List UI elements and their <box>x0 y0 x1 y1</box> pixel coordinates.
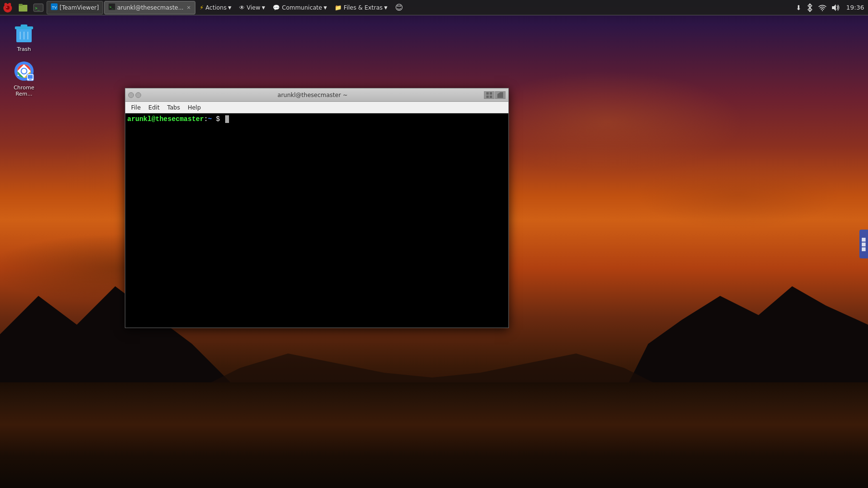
svg-point-5 <box>8 3 11 6</box>
svg-rect-36 <box>486 92 489 95</box>
titlebar-dot2[interactable] <box>135 92 141 98</box>
chrome-remote-icon[interactable]: Chrome Rem... <box>5 58 43 99</box>
svg-rect-9 <box>19 4 23 6</box>
files-arrow: ▼ <box>384 5 387 10</box>
water-area <box>0 382 868 488</box>
teamviewer-icon: TV <box>51 3 58 12</box>
terminal-edit-menu[interactable]: Edit <box>145 102 163 113</box>
files-label: Files & Extras <box>344 4 383 11</box>
terminal-help-label: Help <box>188 104 201 111</box>
view-arrow: ▼ <box>262 5 265 10</box>
communicate-label: Communicate <box>282 4 322 11</box>
svg-rect-33 <box>862 238 866 242</box>
wifi-icon[interactable] <box>816 0 829 15</box>
file-manager-icon[interactable] <box>16 1 30 14</box>
trash-icon-image <box>12 21 36 44</box>
tab-terminal-close[interactable]: × <box>186 4 191 11</box>
grid-view-btn[interactable] <box>484 91 494 99</box>
emoji-icon: 😊 <box>395 3 403 12</box>
svg-point-29 <box>22 69 26 73</box>
view-icon: 👁 <box>239 4 245 11</box>
svg-text:>_: >_ <box>109 5 114 9</box>
terminal-file-menu[interactable]: File <box>127 102 145 113</box>
terminal-content[interactable]: arunkl@thesecmaster : ~ $ <box>125 113 508 328</box>
terminal-cursor <box>225 115 229 123</box>
tab-teamviewer[interactable]: TV [TeamViewer] <box>47 1 103 14</box>
svg-text:TV: TV <box>52 5 57 10</box>
files-icon: 📁 <box>335 4 342 11</box>
taskbar-actions-menu[interactable]: ⚡ Actions ▼ <box>196 0 235 15</box>
desktop: >_ TV [TeamViewer] <box>0 0 868 488</box>
terminal-taskbar-icon[interactable]: >_ <box>32 1 45 14</box>
svg-rect-39 <box>490 96 492 98</box>
svg-rect-38 <box>486 96 489 98</box>
system-time: 19:36 <box>843 4 864 11</box>
svg-rect-22 <box>21 24 27 27</box>
right-edge-indicator[interactable] <box>859 230 868 258</box>
chrome-remote-label: Chrome Rem... <box>7 85 41 97</box>
prompt-dollar: $ <box>212 115 224 123</box>
view-label: View <box>247 4 260 11</box>
svg-point-18 <box>821 10 822 11</box>
terminal-window: arunkl@thesecmaster ~ <box>125 88 509 328</box>
taskbar-left: >_ TV [TeamViewer] <box>0 0 794 15</box>
terminal-help-menu[interactable]: Help <box>184 102 205 113</box>
communicate-arrow: ▼ <box>324 5 327 10</box>
svg-rect-32 <box>29 79 32 80</box>
terminal-titlebar: arunkl@thesecmaster ~ <box>125 88 508 102</box>
terminal-file-label: File <box>131 104 141 111</box>
titlebar-dot1[interactable] <box>128 92 134 98</box>
prompt-colon: : <box>204 115 208 123</box>
taskbar-communicate-menu[interactable]: 💬 Communicate ▼ <box>269 0 331 15</box>
lightning-icon: ⚡ <box>200 4 204 11</box>
taskbar-view-menu[interactable]: 👁 View ▼ <box>235 0 269 15</box>
terminal-prompt-line: arunkl@thesecmaster : ~ $ <box>127 115 506 123</box>
svg-rect-34 <box>862 243 866 246</box>
terminal-tabs-menu[interactable]: Tabs <box>163 102 184 113</box>
svg-point-7 <box>6 6 8 8</box>
terminal-menubar: File Edit Tabs Help <box>125 102 508 113</box>
taskbar: >_ TV [TeamViewer] <box>0 0 868 15</box>
terminal-tab-icon: >_ <box>108 3 115 12</box>
titlebar-right-controls <box>484 91 506 99</box>
terminal-tabs-label: Tabs <box>167 104 180 111</box>
svg-rect-37 <box>490 92 492 95</box>
svg-marker-40 <box>497 92 503 98</box>
svg-text:>_: >_ <box>35 6 40 11</box>
svg-rect-8 <box>19 5 27 12</box>
terminal-edit-label: Edit <box>148 104 159 111</box>
titlebar-left-controls <box>128 92 141 98</box>
prompt-user-host: arunkl@thesecmaster <box>127 115 204 123</box>
tab-terminal-label: arunkl@thesecmaste... <box>117 4 184 11</box>
communicate-icon: 💬 <box>273 4 280 11</box>
svg-marker-1 <box>624 286 868 392</box>
chrome-remote-icon-image <box>12 60 36 83</box>
taskbar-tray: ⬇ 19:36 <box>794 0 868 15</box>
svg-rect-31 <box>28 75 33 79</box>
svg-rect-35 <box>862 247 866 251</box>
bluetooth-icon[interactable] <box>804 0 816 15</box>
tab-terminal[interactable]: >_ arunkl@thesecmaste... × <box>104 1 195 14</box>
raspberry-pi-icon[interactable] <box>1 1 14 14</box>
svg-point-4 <box>4 3 7 6</box>
taskbar-emoji-button[interactable]: 😊 <box>391 0 407 15</box>
tab-teamviewer-label: [TeamViewer] <box>60 4 99 11</box>
taskbar-menu: ⚡ Actions ▼ 👁 View ▼ 💬 Communicate ▼ 📁 F <box>196 0 407 15</box>
svg-marker-2 <box>192 354 672 392</box>
download-icon[interactable]: ⬇ <box>794 0 804 15</box>
trash-label: Trash <box>17 46 31 52</box>
volume-icon[interactable] <box>829 0 843 15</box>
prompt-path: ~ <box>208 115 212 123</box>
actions-arrow: ▼ <box>228 5 231 10</box>
terminal-title: arunkl@thesecmaster ~ <box>141 92 484 98</box>
taskbar-files-menu[interactable]: 📁 Files & Extras ▼ <box>331 0 391 15</box>
actions-label: Actions <box>205 4 227 11</box>
maximize-btn[interactable] <box>495 91 506 99</box>
svg-marker-19 <box>832 4 836 11</box>
resize-buttons <box>484 91 506 99</box>
trash-icon[interactable]: Trash <box>5 19 43 54</box>
